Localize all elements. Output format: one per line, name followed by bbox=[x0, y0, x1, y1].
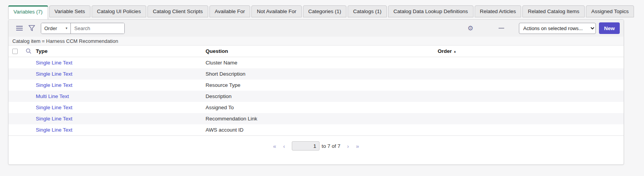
table-row: Single Line TextCluster Name bbox=[8, 57, 624, 68]
pagination: « ‹ to 7 of 7 › » bbox=[269, 141, 362, 151]
row-question: Description bbox=[206, 93, 438, 99]
pagination-range-label: to 7 of 7 bbox=[322, 143, 341, 149]
last-page-icon[interactable]: » bbox=[352, 143, 362, 149]
tab-catalogs-1[interactable]: Catalogs (1) bbox=[348, 5, 387, 17]
column-header-question[interactable]: Question bbox=[206, 48, 438, 54]
list-footer: « ‹ to 7 of 7 › » bbox=[8, 135, 624, 164]
row-type-link[interactable]: Single Line Text bbox=[36, 60, 72, 66]
search-column-dropdown[interactable]: Order ▾ bbox=[41, 23, 71, 34]
list-search-combo: Order ▾ bbox=[41, 23, 125, 34]
tab-variable-sets[interactable]: Variable Sets bbox=[49, 5, 90, 17]
tab-catalog-client-scripts[interactable]: Catalog Client Scripts bbox=[147, 5, 208, 17]
table-row: Single Line TextAssigned To bbox=[8, 102, 624, 113]
tab-catalog-ui-policies[interactable]: Catalog UI Policies bbox=[92, 5, 146, 17]
list-toolbar: Order ▾ ⚙ Actions on selected rows... Ne… bbox=[8, 20, 624, 37]
list-menu-icon[interactable] bbox=[15, 24, 24, 33]
row-question: Cluster Name bbox=[206, 60, 438, 66]
row-question: AWS account ID bbox=[206, 127, 438, 133]
tab-not-available-for[interactable]: Not Available For bbox=[251, 5, 302, 17]
row-question: Assigned To bbox=[206, 105, 438, 110]
tab-available-for[interactable]: Available For bbox=[209, 5, 251, 17]
table-row: Single Line TextShort Description bbox=[8, 68, 624, 80]
previous-page-icon[interactable]: ‹ bbox=[280, 143, 289, 149]
chevron-down-icon: ▾ bbox=[65, 26, 67, 30]
column-search-icon[interactable] bbox=[22, 48, 36, 54]
row-type-link[interactable]: Single Line Text bbox=[36, 82, 72, 88]
row-type-link[interactable]: Single Line Text bbox=[36, 71, 72, 77]
row-question: Short Description bbox=[206, 71, 438, 77]
row-question: Recommendation Link bbox=[206, 116, 438, 122]
row-type-link[interactable]: Single Line Text bbox=[36, 127, 72, 133]
tab-categories-1[interactable]: Categories (1) bbox=[303, 5, 347, 17]
row-type-link[interactable]: Multi Line Text bbox=[36, 93, 69, 99]
column-header-type[interactable]: Type bbox=[36, 48, 206, 54]
table-row: Single Line TextRecommendation Link bbox=[8, 113, 624, 124]
search-column-value: Order bbox=[44, 25, 57, 31]
select-all-checkbox[interactable] bbox=[12, 49, 18, 54]
table-row: Single Line TextResource Type bbox=[8, 80, 624, 91]
related-lists-panel: Variables (7)Variable SetsCatalog UI Pol… bbox=[8, 5, 624, 165]
tab-related-catalog-items[interactable]: Related Catalog Items bbox=[522, 5, 585, 17]
tab-bar: Variables (7)Variable SetsCatalog UI Pol… bbox=[8, 5, 624, 19]
tab-variables-7[interactable]: Variables (7) bbox=[8, 5, 48, 19]
sort-ascending-icon: ▲ bbox=[453, 50, 457, 53]
tab-related-articles[interactable]: Related Articles bbox=[475, 5, 522, 17]
row-question: Resource Type bbox=[206, 82, 438, 88]
breadcrumb: Catalog item = Harness CCM Recommendatio… bbox=[8, 37, 624, 46]
table-body: Single Line TextCluster NameSingle Line … bbox=[8, 57, 624, 135]
table-header: Type Question Order▲ bbox=[8, 46, 624, 57]
first-page-icon[interactable]: « bbox=[269, 143, 279, 149]
gear-icon[interactable]: ⚙ bbox=[466, 24, 475, 33]
breadcrumb-text[interactable]: Catalog item = Harness CCM Recommendatio… bbox=[12, 38, 118, 44]
actions-on-selected-rows-select[interactable]: Actions on selected rows... bbox=[519, 23, 596, 34]
table-row: Multi Line TextDescription bbox=[8, 91, 624, 102]
next-page-icon[interactable]: › bbox=[343, 143, 352, 149]
variables-list-card: Order ▾ ⚙ Actions on selected rows... Ne… bbox=[8, 19, 624, 165]
toolbar-right-group: ⚙ Actions on selected rows... New bbox=[466, 22, 620, 34]
new-button[interactable]: New bbox=[599, 22, 620, 34]
column-header-order[interactable]: Order▲ bbox=[438, 48, 624, 54]
minimize-list-icon[interactable] bbox=[497, 24, 506, 33]
tab-assigned-topics[interactable]: Assigned Topics bbox=[586, 5, 634, 17]
row-type-link[interactable]: Single Line Text bbox=[36, 105, 72, 110]
search-input[interactable] bbox=[71, 23, 124, 34]
tab-catalog-data-lookup-definitions[interactable]: Catalog Data Lookup Definitions bbox=[388, 5, 473, 17]
table-row: Single Line TextAWS account ID bbox=[8, 124, 624, 135]
row-type-link[interactable]: Single Line Text bbox=[36, 116, 72, 122]
current-page-input[interactable] bbox=[292, 141, 319, 151]
filter-icon[interactable] bbox=[27, 24, 36, 33]
